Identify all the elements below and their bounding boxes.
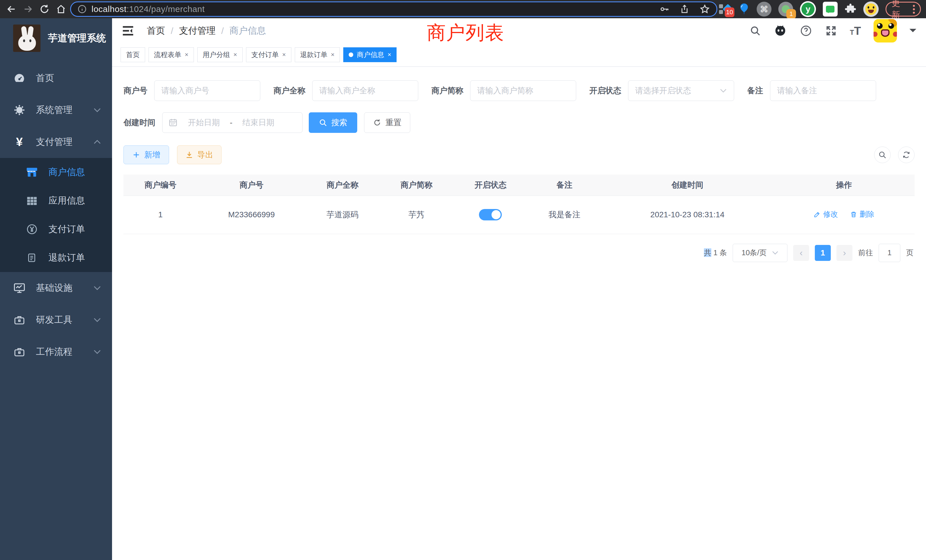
extension-blue-diamond-icon[interactable]: 10: [719, 3, 732, 15]
sidebar-item-merchant-info[interactable]: 商户信息: [0, 158, 112, 186]
col-short-name: 商户简称: [380, 174, 454, 195]
refresh-button[interactable]: [898, 147, 915, 163]
cell-short-name: 芋艿: [380, 195, 454, 234]
sidebar-item-workflow[interactable]: 工作流程: [0, 336, 112, 368]
share-icon[interactable]: [679, 4, 690, 14]
breadcrumb: 首页 / 支付管理 / 商户信息: [147, 24, 266, 37]
browser-reload-button[interactable]: [37, 2, 52, 17]
full-name-input[interactable]: [312, 80, 418, 101]
toggle-search-button[interactable]: [874, 147, 891, 163]
sidebar-item-home[interactable]: 首页: [0, 62, 112, 94]
sidebar-item-payment[interactable]: ¥ 支付管理: [0, 126, 112, 158]
user-avatar[interactable]: [873, 19, 897, 42]
extension-chat-icon[interactable]: [823, 2, 838, 17]
browser-update-button[interactable]: 更新: [885, 2, 921, 17]
total-count: 共 1 条: [704, 248, 727, 258]
github-icon[interactable]: [773, 24, 787, 38]
delete-link[interactable]: 删除: [850, 209, 875, 219]
extensions-puzzle-icon[interactable]: [844, 3, 856, 15]
extension-command-icon[interactable]: ⌘: [757, 2, 772, 17]
font-size-icon[interactable]: TT: [850, 24, 861, 37]
date-end-placeholder: 结束日期: [237, 117, 280, 128]
url-text: localhost:1024/pay/merchant: [92, 4, 655, 14]
close-icon[interactable]: ×: [233, 51, 237, 59]
tab-merchant-info[interactable]: 商户信息×: [343, 47, 396, 62]
next-page-button[interactable]: ›: [837, 245, 852, 261]
export-button[interactable]: 导出: [177, 145, 221, 164]
pagination: 共 1 条 10条/页 ‹ 1 › 前往 页: [123, 244, 915, 262]
yen-icon: ¥: [12, 136, 26, 148]
sidebar-item-app-info[interactable]: 应用信息: [0, 186, 112, 215]
browser-back-button[interactable]: [4, 2, 19, 17]
tab-pay-order[interactable]: 支付订单×: [246, 47, 291, 62]
tab-refund-order[interactable]: 退款订单×: [295, 47, 340, 62]
sidebar-item-label: 基础设施: [36, 282, 73, 294]
user-menu-caret-icon[interactable]: [909, 29, 916, 36]
sidebar-menu: 首页 系统管理 ¥ 支付管理 商户信息: [0, 62, 112, 368]
sidebar-item-system[interactable]: 系统管理: [0, 94, 112, 126]
status-toggle[interactable]: [479, 209, 502, 220]
browser-menu-icon[interactable]: [913, 5, 915, 14]
col-status: 开启状态: [454, 174, 528, 195]
fullscreen-icon[interactable]: [825, 24, 837, 37]
yen-circle-icon: [25, 223, 39, 235]
create-time-label: 创建时间: [123, 117, 155, 128]
breadcrumb-home[interactable]: 首页: [147, 24, 165, 37]
search-button[interactable]: 搜索: [309, 112, 357, 133]
goto-page-input[interactable]: [879, 244, 900, 262]
sidebar-collapse-icon[interactable]: [122, 25, 134, 36]
reset-button[interactable]: 重置: [364, 112, 410, 133]
sidebar-item-pay-order[interactable]: 支付订单: [0, 215, 112, 244]
document-icon: [25, 252, 39, 263]
sidebar-item-label: 支付管理: [36, 136, 73, 148]
col-actions: 操作: [773, 174, 915, 195]
profile-avatar-icon[interactable]: [863, 2, 879, 17]
sidebar-item-infrastructure[interactable]: 基础设施: [0, 272, 112, 304]
col-merchant-no: 商户号: [198, 174, 306, 195]
close-icon[interactable]: ×: [282, 51, 286, 59]
sidebar-item-dev-tools[interactable]: 研发工具: [0, 304, 112, 336]
browser-forward-button[interactable]: [21, 2, 35, 17]
merchant-no-label: 商户号: [123, 85, 147, 96]
store-icon: [25, 166, 39, 179]
edit-link[interactable]: 修改: [813, 209, 838, 219]
bookmark-star-icon[interactable]: [699, 4, 710, 15]
app-logo[interactable]: 芋道管理系统: [0, 18, 112, 55]
browser-home-button[interactable]: [54, 2, 68, 17]
tab-process-form[interactable]: 流程表单×: [148, 47, 194, 62]
cell-full-name: 芋道源码: [305, 195, 380, 234]
remark-input[interactable]: [770, 80, 876, 101]
prev-page-button[interactable]: ‹: [793, 245, 809, 261]
close-icon[interactable]: ×: [387, 51, 391, 59]
sidebar-item-refund-order[interactable]: 退款订单: [0, 244, 112, 272]
current-page[interactable]: 1: [815, 245, 831, 261]
extension-status-dot-icon[interactable]: 1: [778, 2, 793, 17]
extension-balloon-icon[interactable]: [738, 3, 750, 16]
site-info-icon[interactable]: [77, 4, 87, 14]
date-range-picker[interactable]: 开始日期 - 结束日期: [162, 112, 303, 133]
short-name-input[interactable]: [470, 80, 576, 101]
breadcrumb-payment[interactable]: 支付管理: [179, 24, 216, 37]
goto-label: 前往: [858, 248, 873, 258]
tab-home[interactable]: 首页: [121, 47, 145, 62]
full-name-label: 商户全称: [274, 85, 305, 96]
url-bar[interactable]: localhost:1024/pay/merchant: [70, 2, 717, 17]
calendar-icon: [168, 118, 178, 127]
chevron-down-icon: [772, 251, 779, 255]
help-icon[interactable]: [800, 24, 812, 37]
chevron-up-icon: [93, 139, 101, 145]
close-icon[interactable]: ×: [185, 51, 188, 59]
add-button[interactable]: 新增: [123, 145, 169, 164]
password-key-icon[interactable]: [660, 4, 670, 14]
sidebar-item-label: 退款订单: [48, 251, 85, 264]
extension-y-icon[interactable]: y: [800, 1, 816, 17]
merchant-no-input[interactable]: [154, 80, 260, 101]
chevron-down-icon: [720, 88, 727, 93]
page-size-select[interactable]: 10条/页: [733, 244, 787, 262]
toolbox-icon: [12, 346, 26, 358]
close-icon[interactable]: ×: [331, 51, 335, 59]
status-select[interactable]: 请选择开启状态: [628, 80, 734, 101]
tab-user-group[interactable]: 用户分组×: [197, 47, 243, 62]
sidebar-item-label: 支付订单: [48, 223, 85, 236]
header-search-icon[interactable]: [749, 25, 761, 36]
